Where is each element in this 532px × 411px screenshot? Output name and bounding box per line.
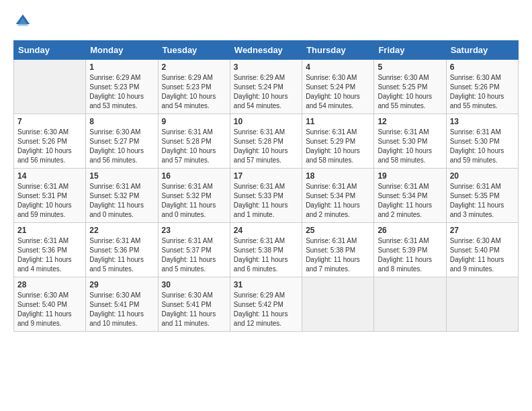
calendar-cell: 4Sunrise: 6:30 AM Sunset: 5:24 PM Daylig… — [302, 60, 374, 114]
day-number: 17 — [234, 171, 298, 181]
calendar-cell: 17Sunrise: 6:31 AM Sunset: 5:33 PM Dayli… — [230, 169, 302, 223]
day-info: Sunrise: 6:30 AM Sunset: 5:26 PM Dayligh… — [17, 128, 82, 165]
day-number: 18 — [306, 171, 370, 181]
day-number: 9 — [162, 117, 226, 126]
day-info: Sunrise: 6:30 AM Sunset: 5:41 PM Dayligh… — [162, 291, 226, 328]
calendar-cell: 29Sunrise: 6:30 AM Sunset: 5:41 PM Dayli… — [86, 277, 158, 332]
calendar-cell: 6Sunrise: 6:30 AM Sunset: 5:26 PM Daylig… — [446, 60, 518, 114]
calendar-cell: 30Sunrise: 6:30 AM Sunset: 5:41 PM Dayli… — [158, 277, 230, 332]
day-info: Sunrise: 6:31 AM Sunset: 5:36 PM Dayligh… — [89, 236, 154, 274]
day-info: Sunrise: 6:30 AM Sunset: 5:41 PM Dayligh… — [89, 291, 154, 328]
day-header-monday: Monday — [86, 41, 158, 60]
day-number: 1 — [89, 62, 154, 72]
day-number: 24 — [234, 226, 298, 235]
day-info: Sunrise: 6:30 AM Sunset: 5:25 PM Dayligh… — [378, 73, 442, 111]
calendar-cell: 23Sunrise: 6:31 AM Sunset: 5:37 PM Dayli… — [158, 223, 230, 277]
calendar-cell — [374, 277, 446, 332]
calendar-week-4: 21Sunrise: 6:31 AM Sunset: 5:36 PM Dayli… — [14, 223, 519, 277]
day-number: 4 — [306, 62, 370, 72]
day-number: 25 — [306, 226, 370, 235]
calendar-cell: 18Sunrise: 6:31 AM Sunset: 5:34 PM Dayli… — [302, 169, 374, 223]
day-number: 14 — [17, 171, 82, 181]
calendar-cell: 2Sunrise: 6:29 AM Sunset: 5:23 PM Daylig… — [158, 60, 230, 114]
calendar-cell: 31Sunrise: 6:29 AM Sunset: 5:42 PM Dayli… — [230, 277, 302, 332]
calendar-header-row: SundayMondayTuesdayWednesdayThursdayFrid… — [14, 41, 519, 60]
day-header-wednesday: Wednesday — [230, 41, 302, 60]
day-info: Sunrise: 6:31 AM Sunset: 5:30 PM Dayligh… — [378, 128, 442, 165]
day-info: Sunrise: 6:29 AM Sunset: 5:24 PM Dayligh… — [234, 73, 298, 111]
calendar-cell: 13Sunrise: 6:31 AM Sunset: 5:30 PM Dayli… — [446, 114, 518, 169]
day-info: Sunrise: 6:29 AM Sunset: 5:42 PM Dayligh… — [234, 291, 298, 328]
day-number: 11 — [306, 117, 370, 126]
day-number: 13 — [450, 117, 515, 126]
day-number: 7 — [17, 117, 82, 126]
page-header — [13, 13, 519, 30]
calendar-body: 1Sunrise: 6:29 AM Sunset: 5:23 PM Daylig… — [14, 60, 519, 332]
day-info: Sunrise: 6:31 AM Sunset: 5:31 PM Dayligh… — [17, 182, 82, 220]
day-header-tuesday: Tuesday — [158, 41, 230, 60]
calendar-cell: 5Sunrise: 6:30 AM Sunset: 5:25 PM Daylig… — [374, 60, 446, 114]
logo — [13, 13, 31, 30]
day-number: 5 — [378, 62, 442, 72]
day-number: 16 — [162, 171, 226, 181]
day-info: Sunrise: 6:31 AM Sunset: 5:38 PM Dayligh… — [234, 236, 298, 274]
day-info: Sunrise: 6:29 AM Sunset: 5:23 PM Dayligh… — [162, 73, 226, 111]
day-info: Sunrise: 6:31 AM Sunset: 5:39 PM Dayligh… — [378, 236, 442, 274]
day-info: Sunrise: 6:29 AM Sunset: 5:23 PM Dayligh… — [89, 73, 154, 111]
day-number: 26 — [378, 226, 442, 235]
logo-icon — [15, 13, 31, 30]
calendar-cell: 9Sunrise: 6:31 AM Sunset: 5:28 PM Daylig… — [158, 114, 230, 169]
day-number: 12 — [378, 117, 442, 126]
day-number: 8 — [89, 117, 154, 126]
day-number: 30 — [162, 280, 226, 289]
calendar-cell — [302, 277, 374, 332]
calendar-table: SundayMondayTuesdayWednesdayThursdayFrid… — [13, 40, 519, 332]
day-info: Sunrise: 6:30 AM Sunset: 5:26 PM Dayligh… — [450, 73, 515, 111]
calendar-cell — [446, 277, 518, 332]
day-header-sunday: Sunday — [14, 41, 86, 60]
calendar-cell: 1Sunrise: 6:29 AM Sunset: 5:23 PM Daylig… — [86, 60, 158, 114]
day-info: Sunrise: 6:31 AM Sunset: 5:30 PM Dayligh… — [450, 128, 515, 165]
day-header-thursday: Thursday — [302, 41, 374, 60]
day-number: 20 — [450, 171, 515, 181]
calendar-week-5: 28Sunrise: 6:30 AM Sunset: 5:40 PM Dayli… — [14, 277, 519, 332]
calendar-cell: 12Sunrise: 6:31 AM Sunset: 5:30 PM Dayli… — [374, 114, 446, 169]
day-number: 6 — [450, 62, 515, 72]
calendar-cell: 26Sunrise: 6:31 AM Sunset: 5:39 PM Dayli… — [374, 223, 446, 277]
calendar-week-1: 1Sunrise: 6:29 AM Sunset: 5:23 PM Daylig… — [14, 60, 519, 114]
day-info: Sunrise: 6:31 AM Sunset: 5:34 PM Dayligh… — [378, 182, 442, 220]
calendar-cell: 28Sunrise: 6:30 AM Sunset: 5:40 PM Dayli… — [14, 277, 86, 332]
calendar-cell: 8Sunrise: 6:30 AM Sunset: 5:27 PM Daylig… — [86, 114, 158, 169]
day-info: Sunrise: 6:31 AM Sunset: 5:34 PM Dayligh… — [306, 182, 370, 220]
calendar-cell — [14, 60, 86, 114]
day-number: 3 — [234, 62, 298, 72]
day-number: 10 — [234, 117, 298, 126]
calendar-cell: 3Sunrise: 6:29 AM Sunset: 5:24 PM Daylig… — [230, 60, 302, 114]
day-info: Sunrise: 6:31 AM Sunset: 5:33 PM Dayligh… — [234, 182, 298, 220]
day-header-friday: Friday — [374, 41, 446, 60]
day-number: 27 — [450, 226, 515, 235]
day-info: Sunrise: 6:31 AM Sunset: 5:32 PM Dayligh… — [89, 182, 154, 220]
calendar-cell: 15Sunrise: 6:31 AM Sunset: 5:32 PM Dayli… — [86, 169, 158, 223]
calendar-cell: 24Sunrise: 6:31 AM Sunset: 5:38 PM Dayli… — [230, 223, 302, 277]
day-number: 31 — [234, 280, 298, 289]
day-info: Sunrise: 6:30 AM Sunset: 5:40 PM Dayligh… — [17, 291, 82, 328]
day-info: Sunrise: 6:31 AM Sunset: 5:32 PM Dayligh… — [162, 182, 226, 220]
day-info: Sunrise: 6:31 AM Sunset: 5:38 PM Dayligh… — [306, 236, 370, 274]
day-number: 28 — [17, 280, 82, 289]
calendar-cell: 11Sunrise: 6:31 AM Sunset: 5:29 PM Dayli… — [302, 114, 374, 169]
day-info: Sunrise: 6:31 AM Sunset: 5:29 PM Dayligh… — [306, 128, 370, 165]
calendar-cell: 27Sunrise: 6:30 AM Sunset: 5:40 PM Dayli… — [446, 223, 518, 277]
day-info: Sunrise: 6:31 AM Sunset: 5:37 PM Dayligh… — [162, 236, 226, 274]
day-info: Sunrise: 6:31 AM Sunset: 5:36 PM Dayligh… — [17, 236, 82, 274]
day-info: Sunrise: 6:30 AM Sunset: 5:24 PM Dayligh… — [306, 73, 370, 111]
day-number: 29 — [89, 280, 154, 289]
calendar-week-2: 7Sunrise: 6:30 AM Sunset: 5:26 PM Daylig… — [14, 114, 519, 169]
day-number: 19 — [378, 171, 442, 181]
day-info: Sunrise: 6:31 AM Sunset: 5:28 PM Dayligh… — [162, 128, 226, 165]
day-info: Sunrise: 6:31 AM Sunset: 5:35 PM Dayligh… — [450, 182, 515, 220]
day-info: Sunrise: 6:31 AM Sunset: 5:28 PM Dayligh… — [234, 128, 298, 165]
day-number: 15 — [89, 171, 154, 181]
day-number: 23 — [162, 226, 226, 235]
calendar-cell: 16Sunrise: 6:31 AM Sunset: 5:32 PM Dayli… — [158, 169, 230, 223]
